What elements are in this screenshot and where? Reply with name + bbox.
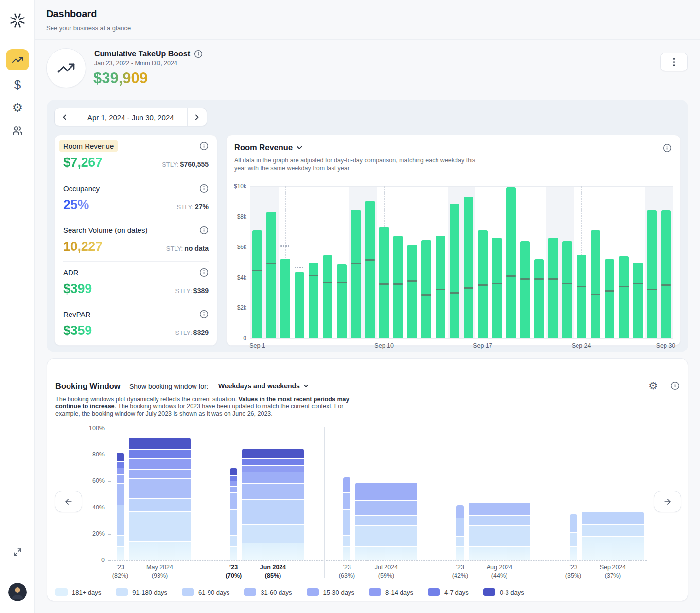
revenue-bar[interactable] <box>266 212 276 338</box>
prev-year-stacked-bar[interactable] <box>117 505 124 535</box>
revenue-bar[interactable] <box>562 241 572 338</box>
revenue-bar[interactable] <box>492 238 502 338</box>
revenue-bar[interactable] <box>421 240 431 338</box>
current-stacked-bar[interactable] <box>355 526 417 547</box>
revenue-bar[interactable] <box>520 241 530 338</box>
info-icon[interactable] <box>194 50 203 58</box>
prev-year-stacked-bar[interactable] <box>570 514 577 532</box>
revenue-bar[interactable] <box>605 259 614 338</box>
prev-year-stacked-bar[interactable] <box>117 536 124 547</box>
prev-year-stacked-bar[interactable] <box>117 475 124 483</box>
prev-year-stacked-bar[interactable] <box>230 481 237 486</box>
revenue-bar[interactable] <box>365 201 375 338</box>
current-stacked-bar[interactable] <box>355 547 417 560</box>
revenue-bar[interactable] <box>464 197 473 338</box>
current-stacked-bar[interactable] <box>129 438 191 449</box>
prev-year-stacked-bar[interactable] <box>230 510 237 535</box>
current-stacked-bar[interactable] <box>242 472 304 483</box>
metric-revpar[interactable]: RevPAR $359 STLY:$329 <box>63 303 209 346</box>
prev-year-stacked-bar[interactable] <box>570 547 577 560</box>
current-stacked-bar[interactable] <box>242 543 304 560</box>
avatar[interactable] <box>8 583 27 601</box>
current-stacked-bar[interactable] <box>129 542 191 560</box>
prev-year-stacked-bar[interactable] <box>456 537 464 546</box>
current-stacked-bar[interactable] <box>242 459 304 465</box>
current-stacked-bar[interactable] <box>129 459 191 469</box>
prev-year-stacked-bar[interactable] <box>456 518 464 536</box>
prev-year-stacked-bar[interactable] <box>117 453 124 461</box>
revenue-bar[interactable] <box>647 210 657 338</box>
current-stacked-bar[interactable] <box>129 499 191 511</box>
revenue-bar[interactable] <box>506 187 516 338</box>
current-stacked-bar[interactable] <box>129 479 191 498</box>
revenue-bar[interactable] <box>337 264 347 338</box>
prev-year-stacked-bar[interactable] <box>570 533 577 546</box>
scroll-left-button[interactable] <box>55 491 82 512</box>
prev-year-stacked-bar[interactable] <box>117 547 124 560</box>
revenue-bar[interactable] <box>252 230 262 338</box>
current-stacked-bar[interactable] <box>129 470 191 478</box>
revenue-bar[interactable] <box>393 236 403 338</box>
app-logo[interactable] <box>8 11 27 30</box>
info-icon[interactable] <box>199 268 209 277</box>
info-icon[interactable] <box>663 143 672 153</box>
revenue-bar[interactable] <box>534 259 544 338</box>
prev-year-stacked-bar[interactable] <box>343 477 350 492</box>
revenue-bar[interactable] <box>351 210 361 338</box>
sidebar-item-settings[interactable]: ⚙ <box>6 97 29 118</box>
info-icon[interactable] <box>199 141 209 151</box>
revenue-bar[interactable] <box>619 256 629 338</box>
current-stacked-bar[interactable] <box>469 516 530 525</box>
current-stacked-bar[interactable] <box>242 525 304 543</box>
sidebar-item-analytics[interactable] <box>6 49 29 70</box>
current-stacked-bar[interactable] <box>242 484 304 499</box>
current-stacked-bar[interactable] <box>469 526 530 547</box>
info-icon[interactable] <box>199 226 209 235</box>
sidebar-item-users[interactable] <box>6 120 29 141</box>
revenue-bar[interactable] <box>633 263 643 339</box>
current-stacked-bar[interactable] <box>469 503 530 515</box>
chart-metric-dropdown[interactable]: Room Revenue <box>234 143 302 152</box>
metric-adr[interactable]: ADR $399 STLY:$389 <box>63 262 209 304</box>
current-stacked-bar[interactable] <box>242 449 304 458</box>
prev-year-stacked-bar[interactable] <box>117 462 124 468</box>
current-stacked-bar[interactable] <box>242 500 304 524</box>
more-options-button[interactable] <box>660 53 688 71</box>
current-stacked-bar[interactable] <box>469 547 530 560</box>
info-icon[interactable] <box>199 184 209 193</box>
current-stacked-bar[interactable] <box>242 466 304 472</box>
revenue-bar[interactable] <box>548 238 558 338</box>
current-stacked-bar[interactable] <box>582 525 644 536</box>
revenue-bar[interactable] <box>661 210 671 338</box>
revenue-bar[interactable] <box>577 255 586 338</box>
scroll-right-button[interactable] <box>654 491 681 512</box>
current-stacked-bar[interactable] <box>129 450 191 458</box>
previous-period-button[interactable] <box>55 108 74 126</box>
prev-year-stacked-bar[interactable] <box>456 505 464 518</box>
revenue-bar[interactable] <box>295 272 304 338</box>
sidebar-item-revenue[interactable]: $ <box>6 74 29 95</box>
revenue-bar[interactable] <box>407 245 417 338</box>
metric-room-revenue[interactable]: Room Revenue $7,267 STLY:$760,555 <box>63 135 209 177</box>
revenue-bar[interactable] <box>436 236 445 338</box>
current-stacked-bar[interactable] <box>355 483 417 500</box>
prev-year-stacked-bar[interactable] <box>343 536 350 547</box>
prev-year-stacked-bar[interactable] <box>230 468 237 475</box>
next-period-button[interactable] <box>188 108 207 126</box>
info-icon[interactable] <box>199 310 209 319</box>
prev-year-stacked-bar[interactable] <box>343 547 350 560</box>
revenue-bar[interactable] <box>450 204 459 338</box>
current-stacked-bar[interactable] <box>582 537 644 560</box>
expand-sidebar-button[interactable] <box>6 542 29 563</box>
metric-occupancy[interactable]: Occupancy 25% STLY:27% <box>63 177 209 220</box>
prev-year-stacked-bar[interactable] <box>456 547 464 560</box>
prev-year-stacked-bar[interactable] <box>117 468 124 474</box>
prev-year-stacked-bar[interactable] <box>117 484 124 505</box>
revenue-bar[interactable] <box>323 255 332 338</box>
prev-year-stacked-bar[interactable] <box>230 536 237 547</box>
current-stacked-bar[interactable] <box>355 516 417 525</box>
revenue-bar[interactable] <box>591 230 600 338</box>
prev-year-stacked-bar[interactable] <box>343 510 350 535</box>
prev-year-stacked-bar[interactable] <box>230 487 237 492</box>
date-range-display[interactable]: Apr 1, 2024 - Jun 30, 2024 <box>74 108 188 126</box>
